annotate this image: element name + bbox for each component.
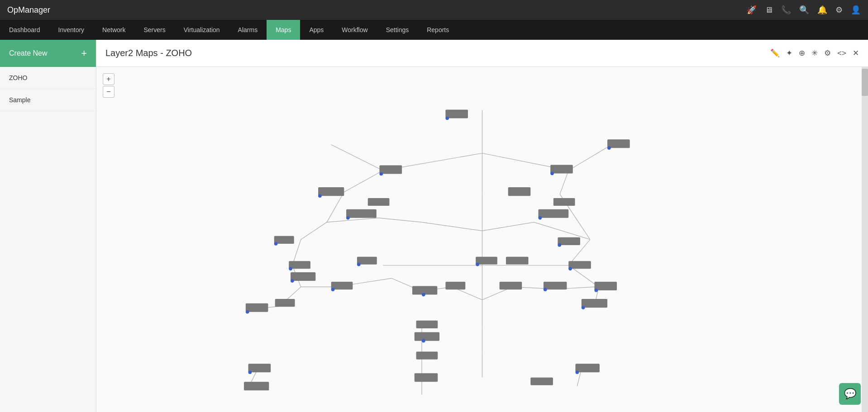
svg-rect-84	[544, 282, 567, 289]
svg-rect-79	[506, 257, 529, 265]
nav-inventory[interactable]: Inventory	[49, 20, 94, 40]
svg-rect-86	[246, 303, 268, 312]
svg-point-60	[607, 146, 611, 150]
zoom-controls: + −	[103, 73, 114, 98]
gear-icon[interactable]: ⚙	[835, 5, 843, 15]
main-layout: Create New + ZOHO Sample Layer2 Maps - Z…	[0, 40, 868, 412]
svg-point-93	[422, 339, 425, 343]
search-icon[interactable]: 🔍	[799, 5, 809, 15]
plus-icon: +	[81, 47, 87, 59]
nav-network[interactable]: Network	[93, 20, 134, 40]
nav-apps[interactable]: Apps	[300, 20, 333, 40]
phone-icon[interactable]: 📞	[781, 5, 791, 15]
svg-rect-55	[508, 187, 531, 196]
svg-rect-51	[346, 209, 377, 218]
scrollbar[interactable]	[862, 67, 868, 412]
svg-rect-77	[476, 257, 497, 265]
svg-rect-89	[582, 299, 607, 308]
nav-servers[interactable]: Servers	[134, 20, 174, 40]
svg-point-66	[291, 279, 294, 283]
svg-rect-83	[500, 282, 522, 289]
close-icon[interactable]: ✕	[853, 48, 859, 58]
create-new-label: Create New	[9, 49, 47, 57]
svg-point-52	[346, 216, 350, 220]
zoom-in-button[interactable]: +	[103, 73, 114, 85]
page-title: Layer2 Maps - ZOHO	[105, 48, 192, 58]
svg-point-45	[380, 172, 383, 176]
svg-point-78	[476, 263, 479, 266]
create-new-button[interactable]: Create New +	[0, 40, 96, 67]
svg-line-22	[331, 145, 383, 170]
svg-rect-98	[244, 382, 269, 390]
svg-point-100	[576, 370, 579, 374]
map-canvas[interactable]: + − .node-box { fill: #787878; stroke: n…	[96, 67, 868, 412]
svg-point-64	[289, 267, 292, 271]
svg-line-11	[301, 222, 327, 239]
svg-rect-65	[291, 272, 315, 281]
svg-line-17	[560, 170, 568, 194]
svg-line-9	[344, 170, 383, 192]
svg-line-41	[422, 222, 482, 231]
network-diagram: .node-box { fill: #787878; stroke: none;…	[96, 67, 868, 412]
share-icon[interactable]: ⊕	[799, 48, 805, 58]
svg-point-62	[274, 242, 278, 246]
sidebar-item-zoho[interactable]: ZOHO	[0, 67, 96, 89]
chat-icon: 💬	[844, 388, 856, 400]
svg-rect-48	[318, 187, 344, 196]
nav-settings[interactable]: Settings	[377, 20, 418, 40]
chat-button[interactable]: 💬	[839, 383, 861, 405]
code-icon[interactable]: <>	[837, 49, 846, 58]
svg-rect-57	[538, 209, 568, 218]
svg-rect-50	[368, 198, 390, 206]
content-header: Layer2 Maps - ZOHO ✏️ ✦ ⊕ ✳ ⚙ <> ✕	[96, 40, 868, 67]
svg-rect-82	[445, 282, 465, 289]
svg-rect-91	[416, 321, 438, 328]
svg-rect-99	[576, 364, 600, 372]
svg-point-76	[357, 263, 361, 266]
svg-rect-59	[607, 139, 630, 148]
svg-rect-95	[415, 373, 438, 382]
svg-line-23	[568, 145, 611, 170]
svg-rect-92	[415, 332, 439, 341]
svg-line-40	[379, 218, 422, 223]
nav-workflow[interactable]: Workflow	[333, 20, 377, 40]
nav-virtualization[interactable]: Virtualization	[175, 20, 229, 40]
layout-icon[interactable]: ✳	[811, 48, 818, 58]
svg-point-58	[538, 216, 542, 220]
edit-icon[interactable]: ✏️	[770, 48, 780, 58]
topbar-icon-group: 🚀 🖥 📞 🔍 🔔 ⚙ 👤	[747, 5, 861, 15]
nav-alarms[interactable]: Alarms	[229, 20, 267, 40]
bell-icon[interactable]: 🔔	[817, 5, 827, 15]
svg-line-43	[534, 222, 590, 239]
monitor-icon[interactable]: 🖥	[765, 5, 773, 15]
content-actions: ✏️ ✦ ⊕ ✳ ⚙ <> ✕	[770, 48, 859, 58]
rocket-icon[interactable]: 🚀	[747, 5, 757, 15]
settings-icon[interactable]: ⚙	[824, 48, 831, 58]
svg-point-90	[582, 306, 585, 309]
svg-point-54	[550, 172, 554, 175]
svg-rect-71	[568, 261, 591, 269]
svg-rect-96	[248, 364, 271, 372]
nodes-icon[interactable]: ✦	[786, 48, 792, 58]
svg-rect-63	[289, 261, 310, 269]
svg-rect-69	[558, 237, 580, 245]
svg-point-97	[248, 370, 252, 374]
topbar: OpManager 🚀 🖥 📞 🔍 🔔 ⚙ 👤	[0, 0, 868, 20]
content-area: Layer2 Maps - ZOHO ✏️ ✦ ⊕ ✳ ⚙ <> ✕ + −	[96, 40, 868, 412]
svg-point-68	[331, 288, 335, 291]
app-title: OpManager	[7, 5, 50, 15]
svg-line-10	[327, 192, 344, 223]
navbar: Dashboard Inventory Network Servers Virt…	[0, 20, 868, 40]
sidebar-item-sample[interactable]: Sample	[0, 89, 96, 111]
nav-dashboard[interactable]: Dashboard	[0, 20, 49, 40]
svg-point-72	[568, 267, 572, 271]
nav-maps[interactable]: Maps	[267, 20, 300, 40]
svg-rect-56	[553, 198, 575, 206]
user-icon[interactable]: 👤	[851, 5, 861, 15]
svg-line-39	[327, 218, 378, 223]
svg-rect-80	[412, 286, 437, 295]
nav-reports[interactable]: Reports	[418, 20, 458, 40]
scrollbar-thumb[interactable]	[862, 69, 868, 96]
zoom-out-button[interactable]: −	[103, 86, 114, 98]
svg-rect-67	[331, 282, 353, 289]
